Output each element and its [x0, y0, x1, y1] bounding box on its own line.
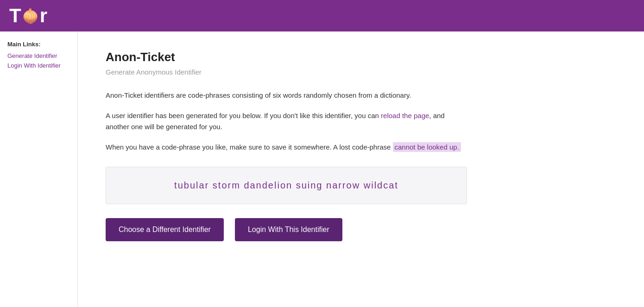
sidebar: Main Links: Generate Identifier Login Wi… [0, 31, 78, 307]
action-buttons: Choose a Different Identifier Login With… [106, 218, 467, 241]
description2-prefix: A user identifier has been generated for… [106, 112, 381, 119]
cannot-be-looked-up-highlight: cannot be looked up. [393, 142, 461, 152]
tor-logo: T 🧅 r [9, 5, 47, 27]
identifier-words: tubular storm dandelion suing narrow wil… [174, 180, 398, 190]
description-paragraph-3: When you have a code-phrase you like, ma… [106, 142, 467, 153]
sidebar-item-login-with-identifier[interactable]: Login With Identifier [7, 62, 70, 69]
description-paragraph-2: A user identifier has been generated for… [106, 110, 467, 132]
logo-t-letter: T [9, 5, 21, 27]
logo-r-letter: r [40, 5, 47, 27]
page-subtitle: Generate Anonymous Identifier [106, 68, 467, 76]
choose-different-identifier-button[interactable]: Choose a Different Identifier [106, 218, 224, 241]
main-content: Anon-Ticket Generate Anonymous Identifie… [78, 31, 495, 307]
login-with-identifier-button[interactable]: Login With This Identifier [235, 218, 342, 241]
sidebar-heading: Main Links: [7, 41, 70, 48]
reload-page-link[interactable]: reload the page [381, 112, 429, 119]
identifier-display-box: tubular storm dandelion suing narrow wil… [106, 167, 467, 204]
description-paragraph-1: Anon-Ticket identifiers are code-phrases… [106, 90, 467, 101]
description3-prefix: When you have a code-phrase you like, ma… [106, 143, 393, 151]
app-header: T 🧅 r [0, 0, 644, 31]
page-title: Anon-Ticket [106, 50, 467, 64]
sidebar-item-generate-identifier[interactable]: Generate Identifier [7, 52, 70, 59]
tor-onion-icon: 🧅 [22, 8, 39, 24]
page-layout: Main Links: Generate Identifier Login Wi… [0, 31, 644, 307]
